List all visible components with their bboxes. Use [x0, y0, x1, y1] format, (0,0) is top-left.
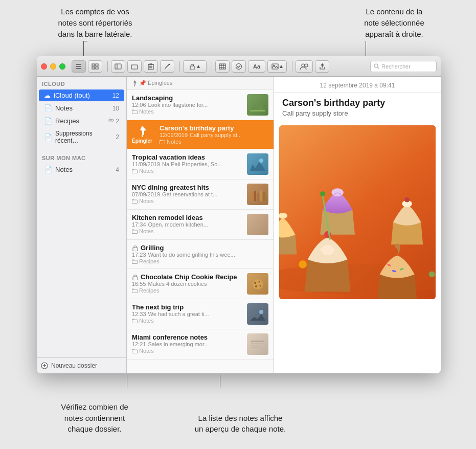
font-button[interactable]: Aa: [248, 60, 265, 73]
note-meta-kitchen: 17:34 Open, modern kitchen...: [132, 221, 243, 228]
titlebar: Aa Rechercher: [37, 56, 441, 77]
note-folder-nyc: Notes: [132, 198, 243, 204]
svg-rect-59: [251, 345, 261, 346]
maximize-button[interactable]: [59, 63, 65, 70]
sidebar-spacer: [37, 176, 126, 357]
svg-rect-46: [260, 190, 262, 201]
note-folder-landscaping: Notes: [132, 108, 243, 115]
note-item-landscaping[interactable]: Landscaping 12:06 Look into flagstone fo…: [127, 90, 274, 120]
note-detail: 12 septembre 2019 à 09:41 Carson's birth…: [274, 77, 441, 373]
svg-rect-18: [190, 66, 194, 70]
shared-icon: [108, 118, 114, 124]
note-folder-miami: Notes: [132, 348, 243, 354]
svg-point-50: [253, 279, 263, 289]
pinned-header: 📌 Épinglées: [127, 77, 274, 90]
svg-point-65: [404, 197, 410, 203]
svg-rect-48: [133, 248, 138, 251]
note-meta-cookie: 16:55 Makes 4 dozen cookies: [132, 281, 243, 287]
lock-button[interactable]: [183, 60, 207, 73]
note-preview-carson: Call party supply st...: [190, 132, 242, 138]
note-item-trip[interactable]: The next big trip 12:33 We had such a gr…: [127, 299, 274, 329]
note-detail-image: [279, 125, 436, 299]
annotation-bottom-left: Vérifiez combien de notes contiennent ch…: [41, 401, 148, 435]
search-placeholder: Rechercher: [381, 63, 411, 70]
svg-point-32: [109, 119, 111, 121]
arrow-line-1: [83, 41, 84, 56]
note-item-nyc[interactable]: NYC dining greatest hits 07/09/2019 Get …: [127, 179, 274, 210]
new-folder-button[interactable]: Nouveau dossier: [37, 357, 126, 373]
note-content-tropical: Tropical vacation ideas 11/09/2019 Na Pa…: [132, 153, 243, 175]
svg-line-31: [378, 68, 379, 69]
note-item-tropical[interactable]: Tropical vacation ideas 11/09/2019 Na Pa…: [127, 149, 274, 179]
note-item-miami[interactable]: Miami conference notes 12:21 Sales in em…: [127, 329, 274, 360]
sidebar-item-deletions[interactable]: 📄 Suppressions récent… 2: [39, 128, 124, 146]
arrow-line-4: [220, 375, 220, 388]
svg-point-30: [374, 64, 378, 68]
note-item-grilling[interactable]: Grilling 17:23 Want to do some grilling …: [127, 240, 274, 269]
sidebar-item-mac-notes[interactable]: 📄 Notes 4: [39, 164, 124, 175]
note-item-carson[interactable]: Épingler Carson's birthday party 12/09/2…: [127, 120, 274, 149]
mac-notes-icon: 📄: [44, 166, 52, 173]
note-date-carson: 12/09/2019: [160, 132, 188, 138]
notes-icon: 📄: [44, 104, 52, 112]
note-content-kitchen: Kitchen remodel ideas 17:34 Open, modern…: [132, 214, 243, 235]
svg-rect-44: [254, 191, 256, 201]
annotation-top-right: Le contenu de la note sélectionnée appar…: [338, 6, 450, 39]
sidebar-item-recipes[interactable]: 📄 Recipes 2: [39, 115, 124, 127]
svg-rect-49: [133, 277, 138, 280]
compose-button[interactable]: [160, 60, 174, 73]
close-button[interactable]: [41, 63, 47, 70]
note-thumb-landscaping: [247, 94, 268, 116]
pin-badge: Épingler: [132, 124, 152, 145]
media-button[interactable]: [267, 60, 287, 73]
plus-circle-icon: [41, 362, 48, 369]
notes-list: 📌 Épinglées Landscaping 12:06 Look into …: [127, 77, 274, 373]
app-window: Aa Rechercher iCloud ☁ iCloud (tout) 12: [37, 56, 441, 373]
svg-point-53: [255, 285, 257, 287]
minimize-button[interactable]: [50, 63, 56, 70]
svg-marker-41: [250, 162, 265, 171]
note-detail-title[interactable]: Carson's birthday party: [274, 93, 441, 109]
svg-point-73: [299, 260, 307, 268]
note-thumb-kitchen: [247, 214, 268, 235]
list-view-button[interactable]: [72, 60, 86, 73]
svg-point-33: [111, 119, 114, 121]
note-title-kitchen: Kitchen remodel ideas: [132, 214, 243, 221]
sidebar-toggle-button[interactable]: [111, 60, 125, 73]
note-time-landscaping: 12:06: [132, 102, 146, 108]
sep-3: [212, 61, 212, 72]
recipes-label: Recipes: [55, 117, 108, 125]
mac-header: Sur mon Mac: [37, 151, 126, 163]
sidebar-item-icloud-all[interactable]: ☁ iCloud (tout) 12: [39, 89, 124, 101]
svg-rect-43: [251, 192, 253, 201]
arrow-line-2: [366, 41, 366, 56]
svg-rect-60: [251, 347, 262, 348]
svg-rect-39: [250, 110, 265, 111]
main-content: iCloud ☁ iCloud (tout) 12 📄 Notes 10 📄 R…: [37, 77, 441, 373]
delete-button[interactable]: [144, 60, 158, 73]
svg-marker-55: [250, 314, 265, 321]
note-item-cookie[interactable]: Chocolate Chip Cookie Recipe 16:55 Makes…: [127, 269, 274, 299]
check-button[interactable]: [232, 60, 246, 73]
sidebar: iCloud ☁ iCloud (tout) 12 📄 Notes 10 📄 R…: [37, 77, 127, 373]
note-thumb-cookie: [247, 273, 268, 295]
icloud-all-label: iCloud (tout): [54, 92, 112, 99]
collab-button[interactable]: [296, 60, 313, 73]
svg-rect-57: [251, 341, 264, 342]
sidebar-item-notes[interactable]: 📄 Notes 10: [39, 102, 124, 114]
sep-2: [179, 61, 180, 72]
grid-view-button[interactable]: [88, 60, 102, 73]
note-content-cookie: Chocolate Chip Cookie Recipe 16:55 Makes…: [132, 273, 243, 295]
note-content-miami: Miami conference notes 12:21 Sales in em…: [132, 333, 243, 355]
new-folder-label: Nouveau dossier: [51, 362, 97, 369]
icloud-header: iCloud: [37, 77, 126, 89]
note-folder-tropical: Notes: [132, 168, 243, 174]
folders-button[interactable]: [127, 60, 142, 73]
share-button[interactable]: [315, 60, 329, 73]
table-button[interactable]: [215, 60, 230, 73]
note-meta-trip: 12:33 We had such a great ti...: [132, 311, 243, 317]
note-item-kitchen[interactable]: Kitchen remodel ideas 17:34 Open, modern…: [127, 210, 274, 240]
notes-label: Notes: [55, 104, 112, 112]
mac-notes-count: 4: [116, 166, 119, 173]
search-bar[interactable]: Rechercher: [370, 61, 437, 72]
